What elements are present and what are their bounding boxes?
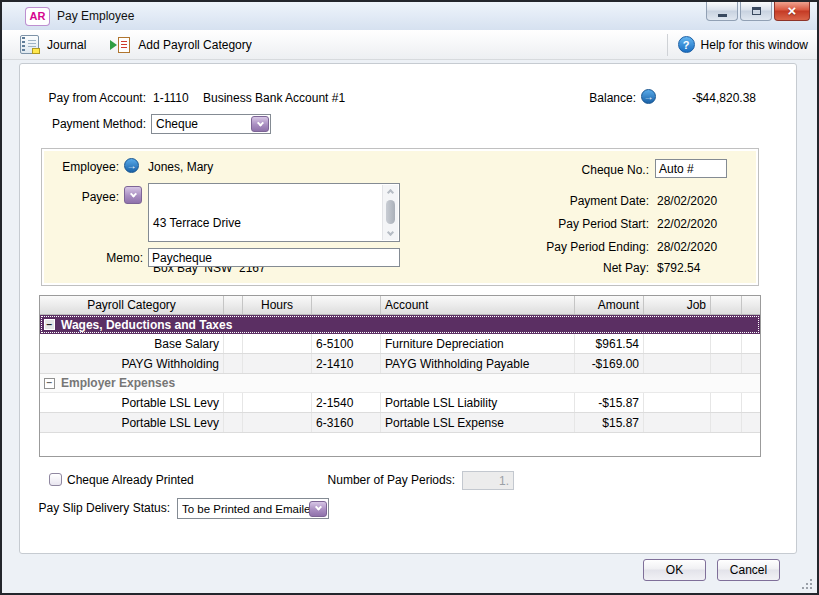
cell-hours[interactable] xyxy=(243,413,312,432)
cell-account-no[interactable]: 2-1410 xyxy=(312,354,381,373)
chevron-down-icon xyxy=(314,504,321,511)
group-row-wages[interactable]: Wages, Deductions and Taxes xyxy=(40,315,760,334)
balance-detail-arrow-icon[interactable] xyxy=(641,89,656,104)
number-of-pay-periods-input: 1. xyxy=(462,471,514,490)
green-arrow-icon xyxy=(110,40,117,50)
net-pay-label: Net Pay: xyxy=(482,261,649,275)
cell-account-no[interactable]: 6-5100 xyxy=(312,334,381,353)
header-blank xyxy=(742,296,760,314)
help-button[interactable]: Help for this window xyxy=(667,34,808,56)
cancel-button[interactable]: Cancel xyxy=(717,559,780,581)
account-name: Business Bank Account #1 xyxy=(203,91,345,105)
payee-scrollbar[interactable] xyxy=(382,185,398,240)
chevron-down-icon xyxy=(129,190,136,197)
cell-hours[interactable] xyxy=(243,334,312,353)
cell-account-name[interactable]: Furniture Depreciation xyxy=(381,334,575,353)
cell-job[interactable] xyxy=(644,413,711,432)
help-icon xyxy=(678,36,695,53)
cell-account-name[interactable]: Portable LSL Liability xyxy=(381,393,575,412)
header-account: Account xyxy=(381,296,575,314)
journal-badge-icon xyxy=(32,48,40,54)
payment-method-value: Cheque xyxy=(156,117,198,131)
help-label: Help for this window xyxy=(701,38,808,52)
group-label: Wages, Deductions and Taxes xyxy=(61,318,232,332)
payroll-table: Payroll Category Hours Account Amount Jo… xyxy=(39,295,761,457)
employee-label: Employee: xyxy=(42,160,119,174)
collapse-icon[interactable] xyxy=(44,319,55,330)
content-panel: Pay from Account: 1-1110 Business Bank A… xyxy=(19,63,797,554)
cell-amount[interactable]: -$169.00 xyxy=(575,354,644,373)
header-amount: Amount xyxy=(575,296,644,314)
payee-address-textarea[interactable]: 43 Terrace Drive Box Bay NSW 2167 Austra… xyxy=(148,183,400,242)
scrollbar-thumb[interactable] xyxy=(386,200,395,224)
payment-method-dropdown-button[interactable] xyxy=(251,116,269,132)
pay-period-ending-label: Pay Period Ending: xyxy=(482,240,649,254)
maximize-button[interactable] xyxy=(740,2,772,21)
header-job: Job xyxy=(644,296,711,314)
pay-period-start-label: Pay Period Start: xyxy=(482,217,649,231)
cell-job[interactable] xyxy=(644,393,711,412)
scroll-down-icon[interactable] xyxy=(387,229,394,236)
employee-detail-arrow-icon[interactable] xyxy=(124,158,139,173)
cell-job[interactable] xyxy=(644,334,711,353)
cell-account-no[interactable]: 2-1540 xyxy=(312,393,381,412)
memo-label: Memo: xyxy=(42,251,143,265)
journal-icon xyxy=(20,35,39,54)
account-number: 1-1110 xyxy=(153,91,189,105)
payment-method-select[interactable]: Cheque xyxy=(151,114,271,134)
cell-amount[interactable]: $15.87 xyxy=(575,413,644,432)
cell-amount[interactable]: $961.54 xyxy=(575,334,644,353)
cheque-already-printed-label: Cheque Already Printed xyxy=(67,473,194,487)
balance-label: Balance: xyxy=(560,91,636,105)
cell-hours[interactable] xyxy=(243,393,312,412)
payroll-table-header: Payroll Category Hours Account Amount Jo… xyxy=(40,296,760,315)
payee-address-line: 43 Terrace Drive xyxy=(153,216,379,231)
scroll-up-icon[interactable] xyxy=(387,189,394,196)
cell-category[interactable]: Base Salary xyxy=(40,334,224,353)
number-of-pay-periods-label: Number of Pay Periods: xyxy=(280,473,455,487)
memo-input[interactable]: Paycheque xyxy=(148,248,400,267)
cell-hours[interactable] xyxy=(243,354,312,373)
table-row: Portable LSL Levy 2-1540 Portable LSL Li… xyxy=(40,393,760,413)
cheque-no-input[interactable]: Auto # xyxy=(655,159,727,178)
main-area: Pay from Account: 1-1110 Business Bank A… xyxy=(2,60,817,593)
resize-grip[interactable] xyxy=(801,578,813,590)
cell-category[interactable]: PAYG Withholding xyxy=(40,354,224,373)
document-icon xyxy=(118,37,130,53)
cell-account-name[interactable]: Portable LSL Expense xyxy=(381,413,575,432)
add-payroll-category-icon xyxy=(110,37,130,53)
minimize-icon xyxy=(718,14,727,17)
ok-button[interactable]: OK xyxy=(643,559,706,581)
pay-slip-delivery-status-select[interactable]: To be Printed and Emailed xyxy=(177,498,329,519)
payment-method-label: Payment Method: xyxy=(20,117,146,131)
add-payroll-category-label: Add Payroll Category xyxy=(138,38,251,52)
cell-category[interactable]: Portable LSL Levy xyxy=(40,393,224,412)
collapse-icon[interactable] xyxy=(44,378,55,389)
minimize-button[interactable] xyxy=(706,2,738,21)
add-payroll-category-button[interactable]: Add Payroll Category xyxy=(101,35,260,55)
cell-category[interactable]: Portable LSL Levy xyxy=(40,413,224,432)
net-pay-value: $792.54 xyxy=(657,261,700,275)
table-row: Base Salary 6-5100 Furniture Depreciatio… xyxy=(40,334,760,354)
maximize-icon xyxy=(752,7,761,15)
cheque-already-printed-checkbox[interactable] xyxy=(49,473,62,486)
pay-period-ending-value: 28/02/2020 xyxy=(657,240,717,254)
header-blank xyxy=(711,296,742,314)
header-payroll-category: Payroll Category xyxy=(40,296,224,314)
cell-job[interactable] xyxy=(644,354,711,373)
group-row-employer-expenses[interactable]: Employer Expenses xyxy=(40,374,760,393)
app-badge-icon: AR xyxy=(26,8,49,25)
journal-button[interactable]: Journal xyxy=(11,33,95,56)
cell-account-no[interactable]: 6-3160 xyxy=(312,413,381,432)
table-row: Portable LSL Levy 6-3160 Portable LSL Ex… xyxy=(40,413,760,433)
pay-employee-window: AR Pay Employee Journal Add Payroll Cate… xyxy=(0,0,819,595)
pay-slip-dropdown-button[interactable] xyxy=(309,501,327,517)
cell-amount[interactable]: -$15.87 xyxy=(575,393,644,412)
payment-date-label: Payment Date: xyxy=(482,194,649,208)
header-hours: Hours xyxy=(243,296,312,314)
payee-dropdown-button[interactable] xyxy=(124,186,142,204)
cheque-no-label: Cheque No.: xyxy=(482,163,649,177)
pay-period-start-value: 22/02/2020 xyxy=(657,217,717,231)
cell-account-name[interactable]: PAYG Withholding Payable xyxy=(381,354,575,373)
close-button[interactable] xyxy=(774,2,810,21)
